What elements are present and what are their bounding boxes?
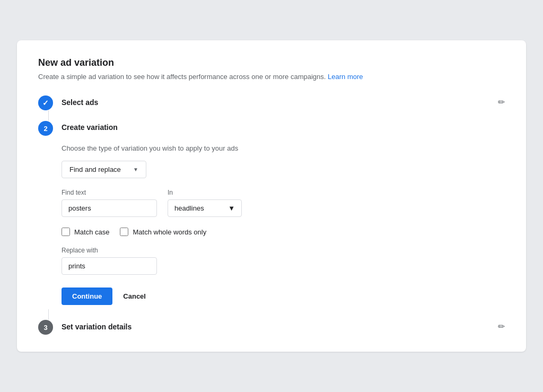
- step-2: 2 Create variation: [38, 121, 505, 136]
- find-text-input[interactable]: [62, 199, 157, 217]
- match-case-label: Match case: [74, 228, 109, 236]
- ad-variation-card: New ad variation Create a simple ad vari…: [17, 40, 526, 352]
- match-whole-words-checkbox-item[interactable]: Match whole words only: [120, 228, 206, 236]
- step-1-icon: ✓: [38, 95, 53, 110]
- step-1: ✓ Select ads ✏: [38, 95, 505, 110]
- variation-type-dropdown[interactable]: Find and replace ▼: [62, 161, 146, 178]
- step-1-header: Select ads ✏: [62, 95, 505, 107]
- in-label: In: [168, 189, 242, 196]
- step-3-header: Set variation details ✏: [62, 320, 505, 332]
- connector-1: [48, 110, 505, 121]
- dropdown-arrow-icon: ▼: [133, 167, 138, 172]
- in-field-group: In headlines ▼: [168, 189, 242, 217]
- step-1-title: Select ads: [62, 98, 98, 107]
- checkboxes-row: Match case Match whole words only: [62, 228, 505, 236]
- find-text-label: Find text: [62, 189, 157, 196]
- learn-more-link[interactable]: Learn more: [328, 73, 363, 81]
- in-value: headlines: [174, 204, 204, 212]
- step-3-number: 3: [43, 324, 47, 332]
- replace-with-input[interactable]: [62, 257, 157, 275]
- step-2-icon: 2: [38, 121, 53, 136]
- match-case-checkbox-item[interactable]: Match case: [62, 228, 109, 236]
- step-3: 3 Set variation details ✏: [38, 320, 505, 335]
- find-in-row: Find text In headlines ▼: [62, 189, 505, 217]
- in-dropdown[interactable]: headlines ▼: [168, 199, 242, 217]
- step-1-edit-icon[interactable]: ✏: [498, 97, 505, 107]
- variation-type-label: Find and replace: [69, 165, 121, 173]
- match-case-checkbox[interactable]: [62, 228, 70, 236]
- step-2-content: Choose the type of variation you wish to…: [62, 144, 505, 305]
- continue-button[interactable]: Continue: [62, 288, 112, 305]
- cancel-button[interactable]: Cancel: [121, 288, 148, 305]
- connector-2: [48, 309, 505, 320]
- step-1-check: ✓: [42, 99, 49, 107]
- page-title: New ad variation: [38, 57, 505, 68]
- step-3-edit-icon[interactable]: ✏: [498, 321, 505, 332]
- match-whole-words-checkbox[interactable]: [120, 228, 128, 236]
- replace-with-section: Replace with: [62, 247, 505, 275]
- variation-description: Choose the type of variation you wish to…: [62, 144, 505, 152]
- step-2-title: Create variation: [62, 123, 118, 132]
- step-3-title: Set variation details: [62, 323, 132, 331]
- find-text-field-group: Find text: [62, 189, 157, 217]
- replace-with-label: Replace with: [62, 247, 505, 254]
- step-3-icon: 3: [38, 320, 53, 335]
- step-2-number: 2: [43, 125, 47, 133]
- match-whole-words-label: Match whole words only: [133, 228, 206, 236]
- page-subtitle: Create a simple ad variation to see how …: [38, 73, 505, 81]
- in-dropdown-arrow-icon: ▼: [228, 204, 235, 212]
- action-buttons: Continue Cancel: [62, 288, 505, 305]
